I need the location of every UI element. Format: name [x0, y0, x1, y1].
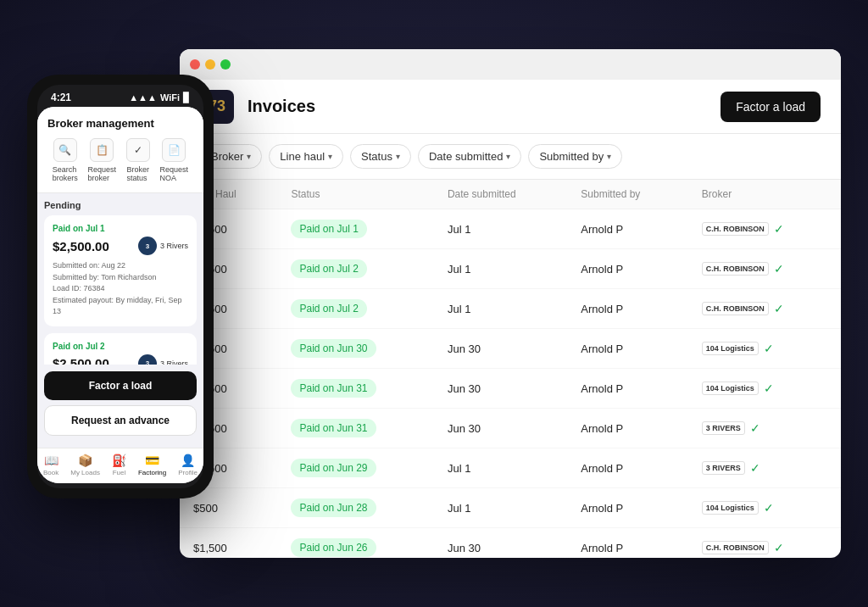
table-row[interactable]: $500Paid on Jun 28Jul 1Arnold P104 Logis… [180, 488, 841, 528]
wifi-icon: WiFi [160, 92, 180, 103]
tab-factoring[interactable]: 💳 Factoring [138, 454, 166, 476]
invoice-card-2[interactable]: Paid on Jul 2 $2,500.00 3 3 Rivers [44, 333, 197, 365]
tab-profile-label: Profile [178, 469, 198, 476]
filter-status[interactable]: Status ▾ [350, 144, 411, 169]
cell-status: Paid on Jun 29 [277, 448, 433, 488]
desktop-window: 73 Invoices Factor a load Broker ▾ Line … [180, 49, 841, 558]
cell-date: Jul 1 [434, 448, 567, 488]
tab-fuel[interactable]: ⛽ Fuel [112, 454, 126, 476]
filter-line-haul[interactable]: Line haul ▾ [269, 144, 343, 169]
invoice-1-meta: Submitted on: Aug 22 Submitted by: Tom R… [53, 260, 188, 318]
verified-check-icon: ✓ [764, 342, 774, 355]
verified-check-icon: ✓ [750, 421, 760, 435]
filter-submitted-by[interactable]: Submitted by ▾ [528, 144, 622, 169]
broker-cell: C.H. ROBINSON✓ [702, 302, 827, 315]
window-minimize-dot[interactable] [205, 59, 215, 70]
cell-date: Jul 1 [434, 209, 567, 249]
table-row[interactable]: $2,500Paid on Jul 2Jul 1Arnold PC.H. ROB… [180, 249, 841, 289]
cell-broker: 3 RIVERS✓ [688, 409, 841, 448]
cell-broker: C.H. ROBINSON✓ [688, 289, 841, 329]
pending-label: Pending [44, 200, 197, 210]
verified-check-icon: ✓ [774, 302, 784, 315]
invoice-1-submitted-on: Submitted on: Aug 22 [53, 260, 188, 272]
fuel-icon: ⛽ [112, 454, 126, 467]
tab-book-label: Book [43, 469, 58, 476]
broker-status-icon: ✓ [126, 138, 150, 162]
action-broker-status[interactable]: ✓ Brokerstatus [126, 138, 150, 182]
window-close-dot[interactable] [190, 59, 200, 70]
table-row[interactable]: $1,500Paid on Jun 30Jun 30Arnold P104 Lo… [180, 329, 841, 369]
invoice-2-amount: $2,500.00 [53, 356, 109, 365]
cell-date: Jun 30 [434, 329, 567, 369]
table-row[interactable]: $1,500Paid on Jun 29Jul 1Arnold P3 RIVER… [180, 448, 841, 488]
invoice-1-load-id: Load ID: 76384 [53, 283, 188, 295]
cell-broker: C.H. ROBINSON✓ [688, 249, 841, 289]
verified-check-icon: ✓ [750, 461, 760, 475]
invoice-1-amount: $2,500.00 [53, 239, 109, 253]
cell-status: Paid on Jun 31 [277, 369, 433, 409]
status-badge: Paid on Jun 30 [291, 339, 376, 358]
mobile-phone: 4:21 ▲▲▲ WiFi ▊ Broker management 🔍 Sear… [27, 75, 214, 498]
cell-broker: 3 RIVERS✓ [688, 448, 841, 488]
cell-broker: 104 Logistics✓ [688, 329, 841, 369]
invoice-1-broker-row: 3 3 Rivers [138, 237, 188, 255]
cell-line-haul: $1,500 [180, 528, 277, 559]
request-broker-icon: 📋 [90, 138, 114, 162]
invoice-1-status: Paid on Jul 1 [53, 224, 188, 233]
invoices-table: Line Haul Status Date submitted Submitte… [180, 180, 841, 558]
cell-status: Paid on Jul 2 [277, 289, 433, 329]
filter-date-submitted[interactable]: Date submitted ▾ [418, 144, 521, 169]
phone-footer-buttons: Factor a load Request an advance [37, 365, 203, 448]
table-row[interactable]: $1,500Paid on Jun 26Jun 30Arnold PC.H. R… [180, 528, 841, 559]
invoice-1-broker: 3 Rivers [160, 242, 188, 250]
action-request-noa[interactable]: 📄 RequestNOA [160, 138, 189, 182]
cell-date: Jun 30 [434, 409, 567, 448]
status-badge: Paid on Jun 26 [291, 538, 376, 557]
broker-cell: 3 RIVERS✓ [702, 421, 827, 435]
window-maximize-dot[interactable] [220, 59, 231, 70]
col-date-submitted: Date submitted [434, 180, 567, 209]
broker-cell: 104 Logistics✓ [702, 501, 827, 515]
request-broker-label: Requestbroker [88, 165, 117, 182]
cell-date: Jul 1 [434, 289, 567, 329]
verified-check-icon: ✓ [764, 381, 774, 395]
signal-icon: ▲▲▲ [129, 92, 157, 103]
phone-time: 4:21 [51, 92, 71, 103]
broker-cell: C.H. ROBINSON✓ [702, 541, 827, 554]
col-submitted-by: Submitted by [567, 180, 688, 209]
cell-submitted-by: Arnold P [567, 249, 688, 289]
cell-broker: 104 Logistics✓ [688, 369, 841, 409]
cell-submitted-by: Arnold P [567, 369, 688, 409]
invoice-card-1[interactable]: Paid on Jul 1 $2,500.00 3 3 Rivers Submi… [44, 215, 197, 326]
cell-date: Jul 1 [434, 488, 567, 528]
factor-load-mobile-button[interactable]: Factor a load [44, 371, 197, 400]
request-advance-button[interactable]: Request an advance [44, 405, 197, 436]
phone-tab-bar: 📖 Book 📦 My Loads ⛽ Fuel 💳 Factoring [37, 448, 203, 483]
cell-submitted-by: Arnold P [567, 329, 688, 369]
status-badge: Paid on Jul 2 [291, 299, 366, 318]
tab-book[interactable]: 📖 Book [43, 454, 58, 476]
cell-status: Paid on Jul 2 [277, 249, 433, 289]
filters-bar: Broker ▾ Line haul ▾ Status ▾ Date submi… [180, 134, 841, 180]
chevron-down-icon: ▾ [396, 152, 400, 161]
action-request-broker[interactable]: 📋 Requestbroker [88, 138, 117, 182]
cell-submitted-by: Arnold P [567, 528, 688, 559]
chevron-down-icon: ▾ [506, 152, 510, 161]
rivers-badge: 3 [138, 237, 157, 255]
factor-load-button[interactable]: Factor a load [721, 92, 821, 122]
chevron-down-icon: ▾ [607, 152, 611, 161]
tab-profile[interactable]: 👤 Profile [178, 454, 198, 476]
tab-my-loads[interactable]: 📦 My Loads [70, 454, 100, 476]
table-row[interactable]: $1,500Paid on Jun 31Jun 30Arnold P3 RIVE… [180, 409, 841, 448]
cell-submitted-by: Arnold P [567, 448, 688, 488]
cell-submitted-by: Arnold P [567, 488, 688, 528]
rivers-badge-2: 3 [138, 354, 157, 365]
status-badge: Paid on Jul 1 [291, 220, 366, 238]
table-row[interactable]: $2,500Paid on Jul 1Jul 1Arnold PC.H. ROB… [180, 209, 841, 249]
phone-scroll-area[interactable]: Pending Paid on Jul 1 $2,500.00 3 3 Rive… [37, 193, 203, 365]
table-row[interactable]: $1,500Paid on Jun 31Jun 30Arnold P104 Lo… [180, 369, 841, 409]
action-search-brokers[interactable]: 🔍 Searchbrokers [53, 138, 78, 182]
invoice-1-amount-row: $2,500.00 3 3 Rivers [53, 237, 188, 255]
cell-status: Paid on Jun 31 [277, 409, 433, 448]
table-row[interactable]: $1,500Paid on Jul 2Jul 1Arnold PC.H. ROB… [180, 289, 841, 329]
